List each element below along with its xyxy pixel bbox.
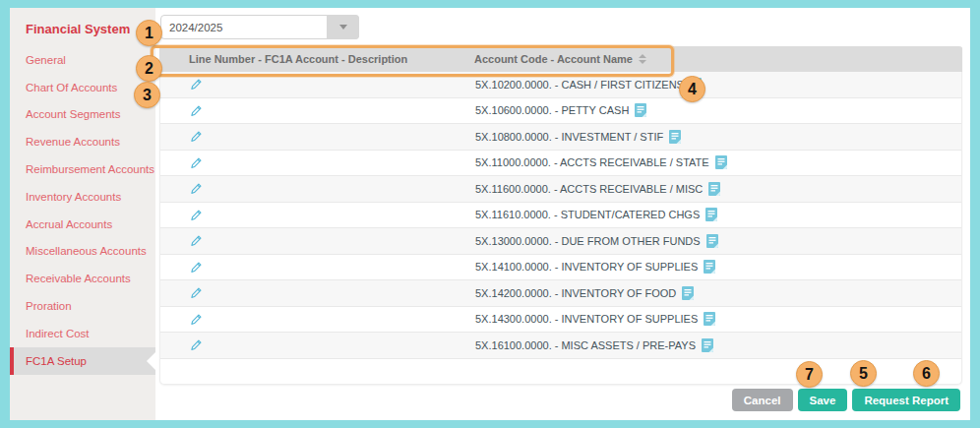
sidebar-item-label: Proration <box>26 300 72 312</box>
sidebar-item-fc1a-setup[interactable]: FC1A Setup <box>10 347 155 375</box>
column-header-account-code[interactable]: Account Code - Account Name <box>474 53 646 65</box>
table-row: 5X.13000.0000. - DUE FROM OTHER FUNDS <box>160 228 961 255</box>
note-icon[interactable] <box>705 208 717 221</box>
sidebar-item-accrual-accounts[interactable]: Accrual Accounts <box>10 211 155 238</box>
table-row: 5X.14100.0000. - INVENTORY OF SUPPLIES <box>160 255 961 281</box>
fiscal-year-dropdown-button[interactable] <box>327 15 359 39</box>
table-row: 5X.14300.0000. - INVENTORY OF SUPPLIES <box>160 307 961 334</box>
caret-down-icon <box>339 25 347 30</box>
edit-pencil-icon[interactable] <box>190 338 203 351</box>
sidebar-item-label: Receivable Accounts <box>26 273 131 284</box>
note-icon[interactable] <box>702 338 713 352</box>
account-code-name: 5X.11610.0000. - STUDENT/CATERED CHGS <box>475 209 700 220</box>
fiscal-year-select[interactable]: 2024/2025 <box>160 15 359 39</box>
sidebar-item-chart-of-accounts[interactable]: Chart Of Accounts <box>10 74 155 101</box>
sidebar-item-miscellaneous-accounts[interactable]: Miscellaneous Accounts <box>10 238 155 266</box>
edit-pencil-icon[interactable] <box>190 234 203 247</box>
sidebar-item-proration[interactable]: Proration <box>10 292 155 320</box>
note-icon[interactable] <box>635 103 646 117</box>
edit-pencil-icon[interactable] <box>190 104 203 117</box>
sidebar-item-label: Account Segments <box>26 108 121 120</box>
table-row: 5X.11600.0000. - ACCTS RECEIVABLE / MISC <box>160 176 961 203</box>
table-header-row: Line Number - FC1A Account - Description… <box>159 46 962 72</box>
sidebar-item-reimbursement-accounts[interactable]: Reimbursement Accounts <box>10 155 155 183</box>
account-code-name: 5X.14300.0000. - INVENTORY OF SUPPLIES <box>475 313 698 325</box>
sidebar-item-label: Revenue Accounts <box>26 136 120 148</box>
sidebar-title: Financial System <box>10 20 155 46</box>
sidebar-item-indirect-cost[interactable]: Indirect Cost <box>10 320 155 347</box>
account-code-name: 5X.14100.0000. - INVENTORY OF SUPPLIES <box>475 261 698 273</box>
edit-pencil-icon[interactable] <box>190 156 203 169</box>
sidebar-item-label: Accrual Accounts <box>26 218 112 230</box>
table-row: 5X.11000.0000. - ACCTS RECEIVABLE / STAT… <box>160 151 961 177</box>
account-code-name: 5X.16100.0000. - MISC ASSETS / PRE-PAYS <box>475 339 696 351</box>
note-icon[interactable] <box>669 130 681 144</box>
note-icon[interactable] <box>690 78 702 92</box>
edit-pencil-icon[interactable] <box>190 261 203 274</box>
app-window: Financial System GeneralChart Of Account… <box>0 0 980 428</box>
note-icon[interactable] <box>708 182 720 196</box>
sidebar-item-label: Reimbursement Accounts <box>26 163 154 175</box>
table-row: 5X.10800.0000. - INVESTMENT / STIF <box>160 124 961 151</box>
sidebar-item-account-segments[interactable]: Account Segments <box>10 101 155 129</box>
account-code-name: 5X.10600.0000. - PETTY CASH <box>475 104 629 116</box>
note-icon[interactable] <box>715 155 727 169</box>
sidebar-item-label: FC1A Setup <box>26 355 87 367</box>
sidebar-menu: GeneralChart Of AccountsAccount Segments… <box>10 46 155 375</box>
edit-pencil-icon[interactable] <box>190 313 203 326</box>
edit-pencil-icon[interactable] <box>190 130 203 143</box>
edit-pencil-icon[interactable] <box>190 209 203 221</box>
edit-pencil-icon[interactable] <box>190 182 203 195</box>
cancel-button[interactable]: Cancel <box>732 389 793 411</box>
sidebar-item-label: Chart Of Accounts <box>26 82 117 93</box>
account-code-name: 5X.11600.0000. - ACCTS RECEIVABLE / MISC <box>475 183 703 195</box>
column-header-line-number[interactable]: Line Number - FC1A Account - Description <box>159 53 474 65</box>
note-icon[interactable] <box>704 260 715 274</box>
sidebar-item-inventory-accounts[interactable]: Inventory Accounts <box>10 183 155 211</box>
account-code-name: 5X.13000.0000. - DUE FROM OTHER FUNDS <box>475 235 701 247</box>
request-report-button[interactable]: Request Report <box>852 389 960 411</box>
sidebar-item-label: Indirect Cost <box>26 328 90 339</box>
sidebar: Financial System GeneralChart Of Account… <box>10 8 155 420</box>
sidebar-item-label: Inventory Accounts <box>26 191 121 203</box>
account-code-name: 5X.10200.0000. - CASH / FIRST CITIZENS <box>475 79 684 91</box>
table-row: 5X.11610.0000. - STUDENT/CATERED CHGS <box>160 203 961 229</box>
sidebar-item-revenue-accounts[interactable]: Revenue Accounts <box>10 128 155 155</box>
edit-pencil-icon[interactable] <box>190 78 203 91</box>
note-icon[interactable] <box>682 286 694 300</box>
table-row: 5X.16100.0000. - MISC ASSETS / PRE-PAYS <box>160 333 961 359</box>
table-row: 5X.10200.0000. - CASH / FIRST CITIZENS <box>160 72 961 98</box>
account-code-name: 5X.10800.0000. - INVESTMENT / STIF <box>475 131 663 143</box>
save-button[interactable]: Save <box>798 389 848 411</box>
fiscal-year-value: 2024/2025 <box>169 22 222 33</box>
note-icon[interactable] <box>706 234 718 248</box>
sort-arrows-icon[interactable] <box>639 54 646 64</box>
table-row: 5X.14200.0000. - INVENTORY OF FOOD <box>160 280 961 307</box>
footer-actions: Cancel Save Request Report <box>732 389 960 411</box>
edit-pencil-icon[interactable] <box>190 286 203 299</box>
fc1a-accounts-table: Line Number - FC1A Account - Description… <box>159 47 962 385</box>
table-row: 5X.10600.0000. - PETTY CASH <box>160 98 961 125</box>
table-body: 5X.10200.0000. - CASH / FIRST CITIZENS5X… <box>160 72 961 359</box>
sidebar-item-label: Miscellaneous Accounts <box>26 245 147 257</box>
sidebar-item-label: General <box>26 54 66 66</box>
account-code-name: 5X.11000.0000. - ACCTS RECEIVABLE / STAT… <box>475 156 709 168</box>
account-code-name: 5X.14200.0000. - INVENTORY OF FOOD <box>475 287 676 299</box>
sidebar-item-general[interactable]: General <box>10 46 155 74</box>
note-icon[interactable] <box>704 312 715 326</box>
main-content: 2024/2025 Line Number - FC1A Account - D… <box>155 8 970 420</box>
sidebar-item-receivable-accounts[interactable]: Receivable Accounts <box>10 265 155 292</box>
